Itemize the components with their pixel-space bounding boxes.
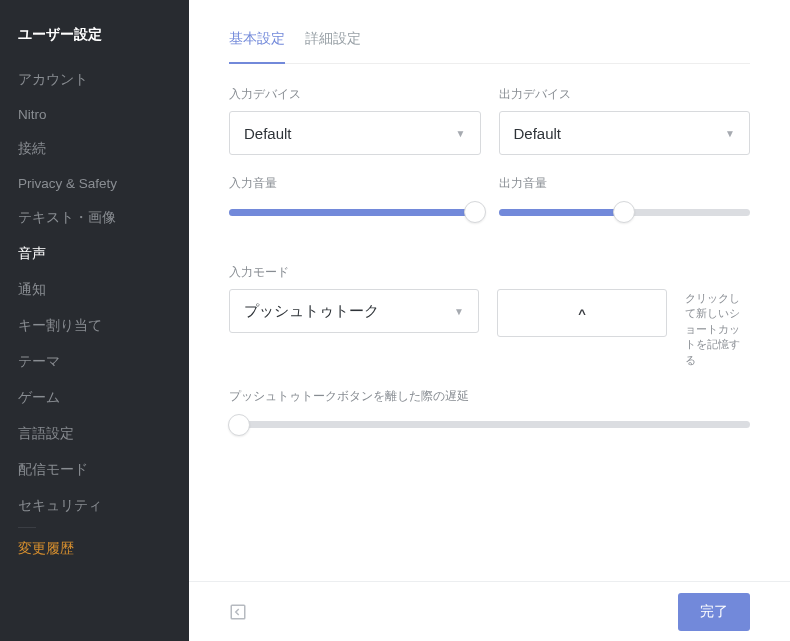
- sidebar-item-notifications[interactable]: 通知: [0, 272, 189, 308]
- chevron-down-icon: ▼: [725, 128, 735, 139]
- sidebar-item-voice[interactable]: 音声: [0, 236, 189, 272]
- input-volume-label: 入力音量: [229, 175, 481, 192]
- release-delay-slider[interactable]: [229, 413, 750, 437]
- sidebar-item-label: アカウント: [18, 72, 88, 87]
- input-volume-slider[interactable]: [229, 200, 481, 224]
- input-mode-select[interactable]: プッシュトゥトーク ▼: [229, 289, 479, 333]
- sidebar-item-label: Privacy & Safety: [18, 176, 117, 191]
- sidebar-item-streamer-mode[interactable]: 配信モード: [0, 452, 189, 488]
- input-mode-value: プッシュトゥトーク: [244, 302, 379, 321]
- sidebar-item-text-images[interactable]: テキスト・画像: [0, 200, 189, 236]
- sidebar-item-label: 配信モード: [18, 462, 88, 477]
- slider-fill: [229, 209, 475, 216]
- tab-basic[interactable]: 基本設定: [229, 20, 285, 64]
- input-device-label: 入力デバイス: [229, 86, 481, 103]
- sidebar-item-label: セキュリティ: [18, 498, 102, 513]
- slider-track: [229, 421, 750, 428]
- shortcut-hint: クリックして新しいショートカットを記憶する: [685, 289, 750, 368]
- sidebar-item-label: ゲーム: [18, 390, 60, 405]
- sidebar-item-security[interactable]: セキュリティ: [0, 488, 189, 524]
- tab-advanced[interactable]: 詳細設定: [305, 20, 361, 63]
- tabs: 基本設定 詳細設定: [229, 20, 750, 64]
- sidebar-item-connections[interactable]: 接続: [0, 131, 189, 167]
- output-device-label: 出力デバイス: [499, 86, 751, 103]
- sidebar-item-privacy-safety[interactable]: Privacy & Safety: [0, 167, 189, 200]
- sidebar-item-label: 接続: [18, 141, 46, 156]
- output-device-value: Default: [514, 125, 562, 142]
- output-volume-slider[interactable]: [499, 200, 751, 224]
- sidebar-item-label: テキスト・画像: [18, 210, 116, 225]
- sidebar-item-label: キー割り当て: [18, 318, 102, 333]
- output-volume-label: 出力音量: [499, 175, 751, 192]
- shortcut-recorder[interactable]: ^: [497, 289, 667, 337]
- sidebar-item-label: テーマ: [18, 354, 60, 369]
- main-panel: 基本設定 詳細設定 入力デバイス Default ▼ 出力デバイス Defaul…: [189, 0, 790, 641]
- slider-track: [229, 209, 481, 216]
- input-device-value: Default: [244, 125, 292, 142]
- footer: 完了: [189, 581, 790, 641]
- sidebar-item-label: 変更履歴: [18, 541, 74, 556]
- sidebar-item-language[interactable]: 言語設定: [0, 416, 189, 452]
- slider-thumb[interactable]: [613, 201, 635, 223]
- svg-rect-0: [231, 605, 245, 619]
- slider-fill: [499, 209, 625, 216]
- sidebar-item-changelog[interactable]: 変更履歴: [0, 531, 189, 567]
- sidebar-item-account[interactable]: アカウント: [0, 62, 189, 98]
- back-icon[interactable]: [229, 603, 247, 621]
- sidebar-separator: [18, 527, 36, 528]
- sidebar-item-games[interactable]: ゲーム: [0, 380, 189, 416]
- release-delay-label: プッシュトゥトークボタンを離した際の遅延: [229, 388, 750, 405]
- input-device-select[interactable]: Default ▼: [229, 111, 481, 155]
- sidebar-item-nitro[interactable]: Nitro: [0, 98, 189, 131]
- shortcut-glyph: ^: [578, 306, 586, 321]
- chevron-down-icon: ▼: [454, 306, 464, 317]
- sidebar-item-keybinds[interactable]: キー割り当て: [0, 308, 189, 344]
- done-button[interactable]: 完了: [678, 593, 750, 631]
- chevron-down-icon: ▼: [456, 128, 466, 139]
- sidebar-item-label: 通知: [18, 282, 46, 297]
- sidebar-item-label: 音声: [18, 246, 46, 261]
- input-mode-label: 入力モード: [229, 264, 750, 281]
- sidebar: ユーザー設定 アカウント Nitro 接続 Privacy & Safety テ…: [0, 0, 189, 641]
- slider-thumb[interactable]: [464, 201, 486, 223]
- sidebar-title: ユーザー設定: [0, 18, 189, 62]
- output-device-select[interactable]: Default ▼: [499, 111, 751, 155]
- sidebar-item-label: Nitro: [18, 107, 47, 122]
- sidebar-item-label: 言語設定: [18, 426, 74, 441]
- sidebar-item-theme[interactable]: テーマ: [0, 344, 189, 380]
- slider-thumb[interactable]: [228, 414, 250, 436]
